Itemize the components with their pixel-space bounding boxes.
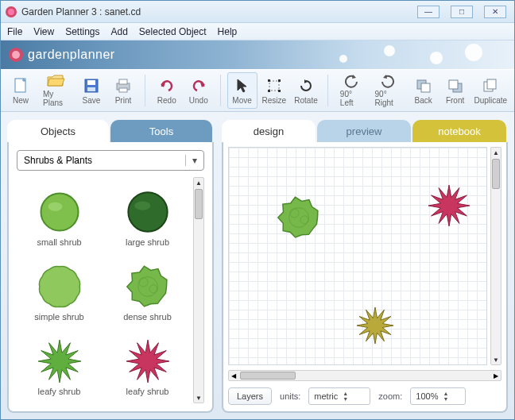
svg-rect-17 — [487, 79, 496, 89]
my-plans-button[interactable]: My Plans — [37, 72, 75, 109]
redo-button[interactable]: Redo — [152, 72, 182, 109]
send-back-button[interactable]: Back — [409, 72, 439, 109]
palette-item[interactable]: small shrub — [17, 177, 102, 247]
left-column: Objects Tools Shrubs & Plants ▾ small sh… — [7, 120, 214, 413]
chevron-down-icon: ▾ — [185, 155, 197, 166]
canvas-object[interactable] — [277, 195, 321, 242]
tab-notebook[interactable]: notebook — [412, 120, 506, 142]
toolbar: New My Plans Save Print Redo Undo Move — [1, 69, 514, 112]
palette-item[interactable]: dense shrub — [105, 252, 190, 322]
palette-item-label: large shrub — [126, 237, 169, 247]
bring-front-icon — [447, 77, 463, 94]
right-column: design preview notebook ▲ ▼ ◀ — [222, 120, 508, 413]
move-button[interactable]: Move — [227, 72, 258, 109]
category-select[interactable]: Shrubs & Plants ▾ — [17, 150, 204, 171]
new-label: New — [13, 96, 29, 105]
plant-icon — [124, 264, 172, 309]
resize-label: Resize — [262, 96, 287, 105]
scroll-right-icon[interactable]: ▶ — [491, 371, 501, 380]
minimize-button[interactable]: — — [417, 6, 439, 18]
scroll-thumb[interactable] — [492, 159, 500, 189]
scroll-thumb[interactable] — [240, 372, 296, 380]
menubar: File View Settings Add Selected Object H… — [1, 23, 514, 40]
print-icon — [115, 77, 131, 94]
save-button[interactable]: Save — [76, 72, 106, 109]
palette-grid: small shrublarge shrubsimple shrubdense … — [17, 177, 190, 403]
menu-file[interactable]: File — [7, 26, 22, 37]
menu-help[interactable]: Help — [218, 26, 238, 37]
print-button[interactable]: Print — [108, 72, 138, 109]
plant-icon — [36, 339, 83, 383]
units-label: units: — [280, 391, 300, 401]
duplicate-label: Duplicate — [474, 96, 507, 105]
svg-rect-5 — [119, 79, 127, 84]
scroll-up-icon[interactable]: ▲ — [491, 148, 501, 157]
canvas-object[interactable] — [428, 184, 470, 229]
window-title: Garden Planner 3 : sanet.cd — [21, 6, 141, 17]
palette-scrollbar[interactable]: ▲ ▼ — [193, 177, 204, 403]
design-canvas[interactable] — [228, 147, 487, 365]
palette-item[interactable]: leafy shrub — [105, 326, 190, 396]
duplicate-icon — [482, 77, 498, 94]
scroll-thumb[interactable] — [195, 189, 203, 219]
scroll-down-icon[interactable]: ▼ — [491, 355, 501, 364]
tab-preview[interactable]: preview — [317, 120, 411, 142]
scroll-left-icon[interactable]: ◀ — [229, 371, 238, 380]
new-button[interactable]: New — [6, 72, 36, 109]
send-back-label: Back — [414, 96, 432, 105]
zoom-select[interactable]: 100% ▲▼ — [410, 387, 466, 405]
palette-item[interactable]: large shrub — [105, 177, 190, 247]
tab-design[interactable]: design — [222, 120, 316, 142]
svg-rect-15 — [449, 80, 458, 89]
menu-view[interactable]: View — [33, 26, 54, 37]
app-window: Garden Planner 3 : sanet.cd — □ ✕ File V… — [0, 0, 515, 420]
svg-rect-6 — [119, 88, 127, 92]
save-label: Save — [83, 96, 101, 105]
layers-button[interactable]: Layers — [228, 387, 272, 405]
svg-rect-7 — [269, 81, 279, 91]
scroll-up-icon[interactable]: ▲ — [194, 178, 203, 187]
new-file-icon — [14, 77, 28, 94]
canvas-h-scrollbar[interactable]: ◀ ▶ — [228, 370, 501, 381]
workspace: Objects Tools Shrubs & Plants ▾ small sh… — [1, 112, 514, 419]
titlebar: Garden Planner 3 : sanet.cd — □ ✕ — [1, 1, 514, 23]
brand-logo-icon — [9, 48, 23, 62]
menu-add[interactable]: Add — [111, 26, 128, 37]
brand-text: gardenplanner — [28, 48, 115, 62]
scroll-down-icon[interactable]: ▼ — [194, 393, 203, 403]
rotate-left-button[interactable]: 90° Left — [335, 72, 368, 109]
canvas-object[interactable] — [356, 306, 394, 347]
plant-icon — [124, 190, 172, 234]
maximize-button[interactable]: □ — [451, 6, 473, 18]
rotate-left-icon — [343, 74, 359, 88]
tab-tools[interactable]: Tools — [110, 120, 212, 142]
plant-icon — [36, 190, 83, 234]
canvas-v-scrollbar[interactable]: ▲ ▼ — [490, 147, 501, 365]
zoom-value: 100% — [416, 391, 438, 401]
plant-icon — [124, 339, 172, 383]
palette-item[interactable]: simple shrub — [17, 252, 102, 322]
redo-label: Redo — [157, 96, 176, 105]
menu-settings[interactable]: Settings — [65, 26, 99, 37]
palette-item-label: simple shrub — [34, 312, 83, 322]
duplicate-button[interactable]: Duplicate — [472, 72, 509, 109]
undo-button[interactable]: Undo — [184, 72, 214, 109]
bring-front-button[interactable]: Front — [440, 72, 470, 109]
brand-bar: gardenplanner — [1, 40, 514, 69]
resize-button[interactable]: Resize — [259, 72, 290, 109]
rotate-button[interactable]: Rotate — [291, 72, 321, 109]
units-select[interactable]: metric ▲▼ — [308, 387, 370, 405]
rotate-label: Rotate — [294, 96, 317, 105]
palette-item[interactable]: leafy shrub — [17, 326, 102, 396]
tab-objects[interactable]: Objects — [7, 120, 109, 142]
stepper-icon: ▲▼ — [443, 391, 452, 402]
menu-selected-object[interactable]: Selected Object — [139, 26, 207, 37]
left-tabs: Objects Tools — [7, 120, 214, 142]
rotate-right-button[interactable]: 90° Right — [370, 72, 407, 109]
svg-point-21 — [134, 202, 150, 210]
tab-design-label: design — [254, 125, 284, 137]
app-icon — [6, 6, 17, 17]
close-button[interactable]: ✕ — [484, 6, 506, 18]
palette-item-label: small shrub — [37, 237, 81, 247]
toolbar-separator — [145, 75, 145, 106]
